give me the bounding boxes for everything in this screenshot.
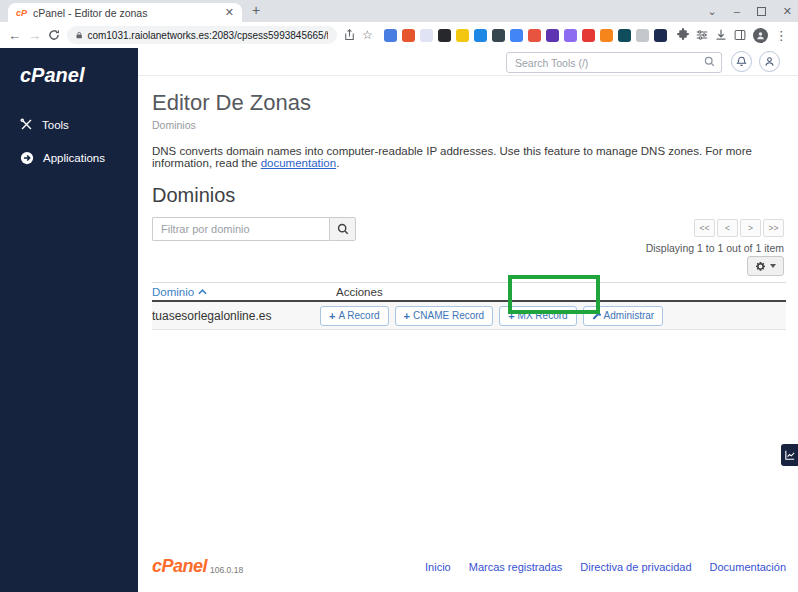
tune-icon[interactable]	[696, 29, 708, 41]
window-minimize-button[interactable]: –	[734, 5, 740, 17]
tab-close-icon[interactable]: ✕	[225, 7, 234, 18]
ext-dark-lens-icon[interactable]	[492, 29, 505, 42]
page-title: Editor De Zonas	[152, 90, 786, 116]
pagination-next[interactable]: >	[740, 219, 761, 237]
action-button-label: MX Record	[518, 310, 568, 321]
extension-icons	[384, 29, 667, 42]
ext-purple-home-icon[interactable]	[546, 29, 559, 42]
a-record-button[interactable]: +A Record	[320, 306, 389, 326]
address-bar[interactable]: com1031.raiolanetworks.es:2083/cpsess599…	[67, 26, 337, 44]
sidebar: cPanel Tools Applications	[0, 48, 138, 592]
browser-menu-icon[interactable]: ⋮	[775, 28, 788, 43]
table-settings-button[interactable]	[747, 256, 784, 276]
bookmark-star-icon[interactable]: ☆	[362, 29, 373, 41]
ext-red-drop-icon[interactable]	[582, 29, 595, 42]
domains-table: Dominio Acciones tuasesorlegalonline.es+…	[152, 282, 786, 330]
documentation-link[interactable]: documentation	[261, 157, 336, 169]
cpanel-footer-logo: cPanel	[152, 556, 207, 577]
user-icon	[764, 56, 775, 67]
plus-icon: +	[329, 310, 335, 322]
side-panel-icon[interactable]	[734, 29, 746, 41]
cpanel-logo: cPanel	[0, 48, 138, 87]
ext-light-st-icon[interactable]	[420, 29, 433, 42]
ext-fox-icon[interactable]	[600, 29, 613, 42]
pagination-status: Displaying 1 to 1 out of 1 item	[646, 242, 784, 254]
action-button-label: CNAME Record	[413, 310, 484, 321]
tab-title: cPanel - Editor de zonas	[33, 7, 219, 19]
back-icon[interactable]: ←	[8, 29, 21, 42]
table-row: tuasesorlegalonline.es+A Record+CNAME Re…	[152, 302, 786, 330]
download-icon[interactable]	[715, 29, 727, 41]
footer-link-inicio[interactable]: Inicio	[425, 561, 451, 573]
ext-violet-brush-icon[interactable]	[564, 29, 577, 42]
plus-icon: +	[404, 310, 410, 322]
plus-icon: +	[508, 310, 514, 322]
ext-red-grid-icon[interactable]	[528, 29, 541, 42]
browser-titlebar: cP cPanel - Editor de zonas ✕ + ⌄ – ✕	[0, 0, 798, 22]
ext-yellow-i-icon[interactable]	[456, 29, 469, 42]
new-tab-button[interactable]: +	[252, 2, 260, 18]
filter-search-button[interactable]	[329, 217, 356, 241]
window-maximize-button[interactable]	[757, 7, 766, 16]
reload-icon[interactable]	[48, 29, 60, 41]
footer-link-directiva-de-privacidad[interactable]: Directiva de privacidad	[580, 561, 691, 573]
extensions-puzzle-icon[interactable]	[677, 28, 689, 43]
ext-teal-a-icon[interactable]	[618, 29, 631, 42]
ext-blue-play-icon[interactable]	[474, 29, 487, 42]
footer-links: InicioMarcas registradasDirectiva de pri…	[425, 561, 786, 573]
ext-blue-one-icon[interactable]	[510, 29, 523, 42]
tools-icon	[20, 118, 33, 131]
pagination-prev[interactable]: <	[717, 219, 738, 237]
ext-orange-n-icon[interactable]	[402, 29, 415, 42]
version-label: 106.0.18	[210, 565, 243, 577]
sidebar-item-tools[interactable]: Tools	[0, 113, 138, 136]
lock-icon	[76, 30, 82, 40]
ext-dark-moon-icon[interactable]	[654, 29, 667, 42]
section-title: Dominios	[152, 184, 786, 207]
applications-icon	[20, 151, 34, 165]
sidebar-item-applications[interactable]: Applications	[0, 146, 138, 170]
window-menu-icon[interactable]: ⌄	[707, 5, 716, 18]
administrar-button[interactable]: Administrar	[583, 306, 664, 326]
actions-cell: +A Record+CNAME Record+MX RecordAdminist…	[320, 306, 663, 326]
page-description: DNS converts domain names into computer-…	[152, 145, 786, 169]
browser-navbar: ← → com1031.raiolanetworks.es:2083/cpses…	[0, 22, 798, 48]
footer-link-marcas-registradas[interactable]: Marcas registradas	[469, 561, 563, 573]
pagination-last[interactable]: >>	[763, 219, 784, 237]
user-menu-button[interactable]	[759, 51, 780, 72]
domain-cell: tuasesorlegalonline.es	[152, 309, 320, 323]
mx-record-button[interactable]: +MX Record	[499, 306, 576, 326]
column-header-dominio[interactable]: Dominio	[152, 286, 320, 298]
forward-icon[interactable]: →	[28, 29, 41, 42]
domain-filter-input[interactable]	[152, 217, 329, 241]
wrench-icon	[592, 311, 601, 320]
sidebar-item-label: Applications	[43, 152, 105, 164]
profile-avatar[interactable]	[753, 28, 768, 43]
app-header	[138, 48, 798, 76]
sort-asc-icon	[198, 289, 207, 295]
cname-record-button[interactable]: +CNAME Record	[395, 306, 494, 326]
column-header-acciones: Acciones	[320, 286, 383, 298]
window-close-button[interactable]: ✕	[783, 5, 792, 18]
share-icon[interactable]	[344, 29, 355, 41]
footer: cPanel 106.0.18 InicioMarcas registradas…	[152, 556, 786, 577]
footer-link-documentacion[interactable]: Documentación	[710, 561, 786, 573]
search-icon	[337, 223, 349, 235]
main-content: Editor De Zonas Dominios DNS converts do…	[138, 77, 798, 330]
pagination: <<<>>>	[646, 217, 784, 237]
ext-black-diagonal-icon[interactable]	[438, 29, 451, 42]
action-button-label: A Record	[338, 310, 379, 321]
analytics-panel-button[interactable]	[781, 444, 798, 466]
ext-blue-badge-icon[interactable]	[384, 29, 397, 42]
pagination-first[interactable]: <<	[694, 219, 715, 237]
browser-tab[interactable]: cP cPanel - Editor de zonas ✕	[8, 3, 242, 22]
notifications-button[interactable]	[731, 51, 752, 72]
cpanel-favicon-icon: cP	[16, 8, 27, 18]
filter-row: <<<>>> Displaying 1 to 1 out of 1 item	[152, 217, 786, 241]
search-tools-input[interactable]	[506, 52, 722, 73]
gear-icon	[755, 261, 766, 272]
ext-gray-circle-icon[interactable]	[636, 29, 649, 42]
action-button-label: Administrar	[604, 310, 655, 321]
sidebar-item-label: Tools	[42, 119, 69, 131]
search-icon	[704, 56, 715, 67]
